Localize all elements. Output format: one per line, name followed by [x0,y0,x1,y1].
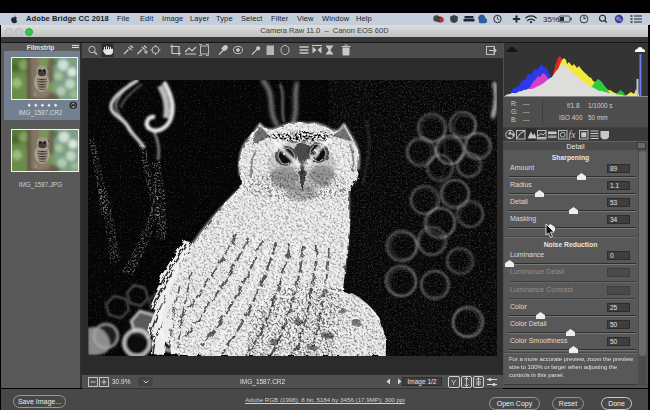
svg-text:fx: fx [569,130,577,140]
svg-text:35%: 35% [543,15,559,24]
svg-text:Y: Y [451,378,457,387]
